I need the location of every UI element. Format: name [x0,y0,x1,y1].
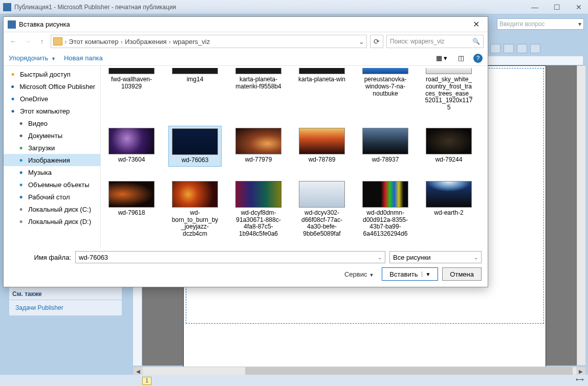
navpane-item[interactable]: ●Документы [4,129,100,142]
thumbnail [108,181,155,208]
file-name: wd-73604 [118,156,145,164]
page-number[interactable]: 1 [142,377,151,385]
toolbar-btn-2[interactable] [504,44,514,53]
dialog-close-button[interactable]: ✕ [469,18,484,30]
file-name: pereustanovka-windows-7-na-noutbuke [361,76,410,97]
file-item[interactable]: wd-78789 [295,126,349,167]
help-placeholder: Введите вопрос [499,20,545,28]
chevron-down-icon[interactable]: ⌄ [378,255,382,260]
file-name: wd-79618 [118,210,145,217]
nav-back-button[interactable]: ← [8,36,19,47]
dl-icon: ● [17,144,25,152]
file-item[interactable]: fwd-wallhaven-103929 [105,66,158,113]
cancel-button[interactable]: Отмена [442,267,482,281]
split-chevron-icon[interactable]: ▼ [422,271,430,277]
crumb-3[interactable]: wpapers_viz [173,38,210,46]
organize-button[interactable]: Упорядочить ▼ [9,54,56,62]
navpane-item[interactable]: ●Объемные объекты [4,178,100,191]
navpane-item[interactable]: ●Загрузки [4,142,100,154]
vertical-scrollbar[interactable] [577,65,586,366]
folder-icon [53,37,62,46]
file-item[interactable]: wd-79244 [422,126,475,167]
view-options: ▦ ▾ ◫ ? [434,53,483,64]
file-item[interactable]: wd-born_to_burn_by_joeyjazz-dczb4cm [168,179,222,240]
filter-dropdown[interactable]: Все рисунки ⌄ [389,251,482,263]
thumbnail [172,181,218,208]
navpane-item[interactable]: ●Microsoft Office Publisher [4,80,100,93]
file-name: wd-dcyf8dm-91a30671-888c-4fa8-87c5-1b948… [234,210,283,238]
nav-forward-button[interactable]: → [22,36,33,47]
tasks-link[interactable]: Задачи Publisher [9,300,122,315]
toolbar-btn-1[interactable] [490,44,500,53]
window-controls: — ☐ ✕ [528,2,585,12]
side-panel: См. также Задачи Publisher [9,286,122,315]
thumbnail [362,68,408,74]
file-item[interactable]: wd-78937 [359,126,412,167]
refresh-button[interactable]: ⟳ [370,35,383,48]
file-item[interactable]: wd-dcyf8dm-91a30671-888c-4fa8-87c5-1b948… [232,179,285,240]
file-item[interactable]: pereustanovka-windows-7-na-noutbuke [359,66,412,113]
file-item[interactable]: wd-73604 [105,126,158,167]
thumbnail [299,181,345,208]
file-item[interactable]: road_sky_white_country_frost_traces_tree… [422,66,475,113]
scroll-left-icon[interactable]: ◀ [134,367,143,375]
file-list[interactable]: fwd-wallhaven-103929img14karta-planeta-m… [101,66,488,248]
filename-input[interactable]: wd-76063 ⌄ [75,251,385,263]
disk-icon: ● [17,205,25,213]
navpane-label: Документы [28,132,62,140]
search-input[interactable]: Поиск: wpapers_viz 🔍 [386,35,484,48]
navpane-label: Музыка [28,169,52,176]
thumbnail [362,128,408,154]
new-folder-button[interactable]: Новая папка [64,54,103,62]
scroll-right-icon[interactable]: ▶ [576,367,585,375]
filter-value: Все рисунки [393,254,431,261]
file-item[interactable]: wd-dd0dnmn-d00d912a-8355-43b7-ba99-6a461… [359,179,412,240]
pub-icon: ● [9,82,16,90]
file-item[interactable]: karta-planeta-materiki-f9558b4 [232,66,285,113]
navpane-item[interactable]: ●Изображения [4,154,100,166]
toolbar-btn-4[interactable] [530,44,540,53]
navpane-item[interactable]: ●Рабочий стол [4,191,100,203]
navpane-item[interactable]: ●Быстрый доступ [4,68,100,80]
navpane-item[interactable]: ●Этот компьютер [4,105,100,117]
help-search[interactable]: Введите вопрос ▾ [497,18,584,30]
view-mode-button[interactable]: ▦ ▾ [434,53,449,64]
toolbar-btn-3[interactable] [517,44,527,53]
file-item[interactable]: img14 [168,66,222,113]
scroll-thumb[interactable] [245,367,573,375]
cloud-icon: ● [9,95,17,103]
thumbnail [235,181,281,208]
app-title: Публикация1 - Microsoft Publisher - печа… [14,4,176,11]
navpane-item[interactable]: ●Музыка [4,166,100,178]
file-name: wd-78937 [372,156,399,164]
crumb-1[interactable]: Этот компьютер [69,38,118,46]
file-item[interactable]: wd-79618 [105,179,158,240]
navpane-item[interactable]: ●Видео [4,117,100,129]
navpane-item[interactable]: ●Локальный диск (D:) [4,215,100,228]
breadcrumb[interactable]: › Этот компьютер › Изображения › wpapers… [51,35,367,48]
file-item[interactable]: wd-dcyv302-d66f08cf-77ac-4a30-befe-9bb6e… [295,179,349,240]
minimize-button[interactable]: — [528,2,541,12]
insert-button[interactable]: Вставить ▼ [382,267,438,281]
thumbnail [172,68,218,74]
scroll-track[interactable] [143,367,576,375]
file-item[interactable]: wd-76063 [168,126,222,167]
filename-value: wd-76063 [79,254,108,261]
help-icon[interactable]: ? [473,54,483,63]
navpane-item[interactable]: ●Локальный диск (C:) [4,203,100,215]
crumb-2[interactable]: Изображения [125,38,167,46]
maximize-button[interactable]: ☐ [551,2,563,12]
file-item[interactable]: wd-77979 [232,126,285,167]
dialog-titlebar: Вставка рисунка ✕ [4,17,488,32]
service-menu[interactable]: Сервис▼ [344,270,374,278]
close-button[interactable]: ✕ [573,2,585,12]
disk-icon: ● [17,217,25,225]
chevron-down-icon[interactable]: ⌄ [359,38,364,46]
preview-pane-button[interactable]: ◫ [454,53,468,64]
navpane-item[interactable]: ●OneDrive [4,93,100,105]
thumbnail [426,181,472,208]
file-item[interactable]: karta-planeta-win [295,66,349,113]
nav-up-button[interactable]: ↑ [36,36,48,47]
file-item[interactable]: wd-earth-2 [422,179,475,240]
navpane-label: Загрузки [28,144,55,152]
